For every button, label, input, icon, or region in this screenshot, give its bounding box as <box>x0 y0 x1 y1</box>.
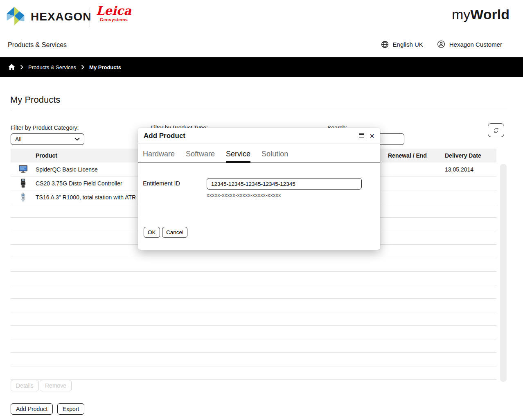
table-row-empty <box>11 326 496 339</box>
language-selector[interactable]: English UK <box>381 41 423 48</box>
dialog-tabs: Hardware Software Service Solution <box>138 150 380 163</box>
table-row-empty <box>11 339 496 353</box>
leica-wordmark: Leica <box>95 5 132 17</box>
filter-category-label: Filter by Product Category: <box>11 124 79 131</box>
table-row-empty <box>11 353 496 366</box>
breadcrumb: Products & Services My Products <box>0 57 523 77</box>
nav-products-services[interactable]: Products & Services <box>8 41 67 49</box>
dialog-header: Add Product × <box>138 128 380 144</box>
tab-software[interactable]: Software <box>186 150 215 162</box>
entitlement-id-hint: xxxxx-xxxxx-xxxxx-xxxxx-xxxxx <box>207 192 281 198</box>
ok-button[interactable]: OK <box>144 227 160 238</box>
table-row-empty <box>11 272 496 285</box>
monitor-icon <box>18 165 28 174</box>
table-row-empty <box>11 285 496 299</box>
table-row-empty <box>11 299 496 312</box>
app-header: HEXAGON Leica Geosystems myWorld Product… <box>0 0 523 57</box>
actions-divider <box>10 396 507 396</box>
myworld-logo: myWorld <box>452 7 509 23</box>
entitlement-id-label: Entitlement ID <box>143 180 180 187</box>
myworld-bold: World <box>470 7 509 22</box>
table-scrollbar[interactable] <box>500 164 507 382</box>
chevron-right-icon <box>20 65 23 70</box>
user-label: Hexagon Customer <box>449 41 502 48</box>
nav-right-group: English UK Hexagon Customer <box>381 40 502 48</box>
tab-solution[interactable]: Solution <box>262 150 288 162</box>
language-label: English UK <box>393 41 423 48</box>
breadcrumb-products-services[interactable]: Products & Services <box>28 64 76 70</box>
tab-hardware[interactable]: Hardware <box>143 150 175 162</box>
leica-logo: Leica Geosystems <box>95 5 132 22</box>
category-select[interactable]: All <box>11 133 84 145</box>
user-menu[interactable]: Hexagon Customer <box>437 40 502 48</box>
add-product-dialog: Add Product × Hardware Software Service … <box>138 128 380 250</box>
details-button[interactable]: Details <box>11 380 39 391</box>
refresh-icon <box>493 127 500 134</box>
export-button[interactable]: Export <box>57 403 84 415</box>
cancel-button[interactable]: Cancel <box>162 227 187 238</box>
breadcrumb-my-products: My Products <box>89 64 121 70</box>
globe-icon <box>381 41 389 48</box>
table-row-empty <box>11 312 496 326</box>
chevron-down-icon <box>74 138 80 141</box>
table-row-empty <box>11 366 496 380</box>
close-icon[interactable]: × <box>370 132 374 140</box>
title-divider <box>10 109 507 109</box>
refresh-button[interactable] <box>488 123 504 137</box>
total-station-icon <box>20 192 26 202</box>
home-icon[interactable] <box>8 64 15 70</box>
field-controller-icon <box>20 178 26 188</box>
leica-sub-label: Geosystems <box>95 17 132 22</box>
add-product-button[interactable]: Add Product <box>11 403 53 415</box>
remove-button[interactable]: Remove <box>40 380 72 391</box>
tab-service[interactable]: Service <box>226 150 250 162</box>
page-title: My Products <box>10 95 60 105</box>
hexagon-logo-icon <box>4 5 27 27</box>
delivery-date: 13.05.2014 <box>445 166 496 173</box>
delivery-column-header: Delivery Date <box>445 152 496 159</box>
chevron-right-icon <box>81 65 84 70</box>
category-select-value: All <box>15 136 22 142</box>
user-icon <box>437 40 445 48</box>
maximize-icon[interactable] <box>359 133 364 138</box>
dialog-title: Add Product <box>144 132 359 140</box>
entitlement-id-input[interactable] <box>207 178 362 190</box>
table-row-empty <box>11 258 496 272</box>
logo-divider <box>90 7 90 27</box>
hexagon-wordmark: HEXAGON <box>31 10 92 23</box>
myworld-light: my <box>452 7 470 22</box>
renewal-column-header: Renewal / End <box>388 152 445 159</box>
